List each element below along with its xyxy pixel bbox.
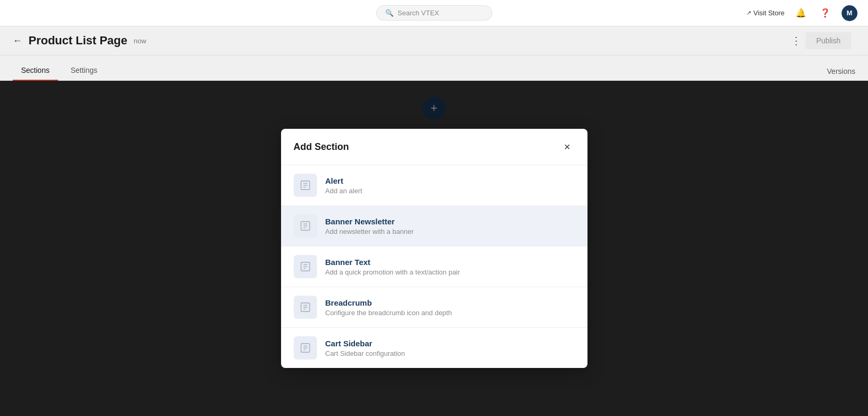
avatar[interactable]: M xyxy=(842,5,857,21)
tab-sections[interactable]: Sections xyxy=(13,61,58,81)
section-name-banner-newsletter: Banner Newsletter xyxy=(325,217,575,226)
section-icon-breadcrumb xyxy=(294,296,317,319)
section-name-alert: Alert xyxy=(325,176,575,185)
visit-store-link[interactable]: ↗ Visit Store xyxy=(746,9,785,17)
tab-sections-label: Sections xyxy=(21,66,50,74)
section-info-breadcrumb: Breadcrumb Configure the breadcrumb icon… xyxy=(325,298,575,317)
section-name-banner-text: Banner Text xyxy=(325,258,575,267)
tabs-bar: Sections Settings Versions xyxy=(0,55,868,81)
section-name-breadcrumb: Breadcrumb xyxy=(325,298,575,307)
tab-settings-label: Settings xyxy=(71,66,98,74)
modal-header: Add Section × xyxy=(281,129,587,165)
main-area: + Add Section × xyxy=(0,81,868,416)
page-timestamp: now xyxy=(134,37,146,45)
add-section-modal: Add Section × Alert xyxy=(281,129,587,368)
section-icon-banner-text xyxy=(294,255,317,278)
section-desc-banner-newsletter: Add newsletter with a banner xyxy=(325,228,575,235)
section-icon-cart-sidebar xyxy=(294,336,317,360)
section-info-cart-sidebar: Cart Sidebar Cart Sidebar configuration xyxy=(325,339,575,357)
section-desc-alert: Add an alert xyxy=(325,187,575,195)
back-button[interactable]: ← xyxy=(13,35,22,46)
banner-text-icon xyxy=(300,261,311,272)
search-placeholder: Search VTEX xyxy=(398,9,440,17)
modal-title: Add Section xyxy=(294,141,349,153)
header-right: ↗ Visit Store 🔔 ❓ M xyxy=(746,5,857,21)
alert-icon xyxy=(300,179,311,191)
top-header: 🔍 Search VTEX ↗ Visit Store 🔔 ❓ M xyxy=(0,0,868,26)
header-center: 🔍 Search VTEX xyxy=(376,5,492,21)
visit-store-label: Visit Store xyxy=(753,9,785,17)
section-info-banner-newsletter: Banner Newsletter Add newsletter with a … xyxy=(325,217,575,235)
visit-store-arrow-icon: ↗ xyxy=(746,10,751,16)
section-item-cart-sidebar[interactable]: Cart Sidebar Cart Sidebar configuration xyxy=(281,328,587,368)
versions-link[interactable]: Versions xyxy=(827,62,855,81)
section-desc-banner-text: Add a quick promotion with a text/action… xyxy=(325,268,575,276)
breadcrumb-icon xyxy=(300,301,311,313)
modal-close-button[interactable]: × xyxy=(560,139,575,154)
section-icon-banner-newsletter xyxy=(294,214,317,238)
section-item-banner-newsletter[interactable]: Banner Newsletter Add newsletter with a … xyxy=(281,206,587,247)
search-icon: 🔍 xyxy=(385,9,394,17)
cart-sidebar-icon xyxy=(300,342,311,354)
section-item-banner-text[interactable]: Banner Text Add a quick promotion with a… xyxy=(281,247,587,287)
more-options-button[interactable]: ⋮ xyxy=(787,32,806,49)
section-list: Alert Add an alert xyxy=(281,165,587,368)
page-title: Product List Page xyxy=(29,34,127,48)
section-desc-cart-sidebar: Cart Sidebar configuration xyxy=(325,349,575,357)
section-item-breadcrumb[interactable]: Breadcrumb Configure the breadcrumb icon… xyxy=(281,287,587,328)
section-icon-alert xyxy=(294,174,317,197)
help-button[interactable]: ❓ xyxy=(817,5,833,21)
banner-newsletter-icon xyxy=(300,220,311,232)
secondary-header: ← Product List Page now ⋮ Publish xyxy=(0,26,868,55)
section-item-alert[interactable]: Alert Add an alert xyxy=(281,165,587,206)
section-desc-breadcrumb: Configure the breadcrumb icon and depth xyxy=(325,309,575,317)
search-bar[interactable]: 🔍 Search VTEX xyxy=(376,5,492,21)
notifications-button[interactable]: 🔔 xyxy=(793,5,809,21)
modal-overlay: Add Section × Alert xyxy=(0,81,868,416)
publish-button[interactable]: Publish xyxy=(806,32,851,49)
section-name-cart-sidebar: Cart Sidebar xyxy=(325,339,575,348)
section-info-alert: Alert Add an alert xyxy=(325,176,575,195)
tab-settings[interactable]: Settings xyxy=(62,61,106,81)
section-info-banner-text: Banner Text Add a quick promotion with a… xyxy=(325,258,575,276)
